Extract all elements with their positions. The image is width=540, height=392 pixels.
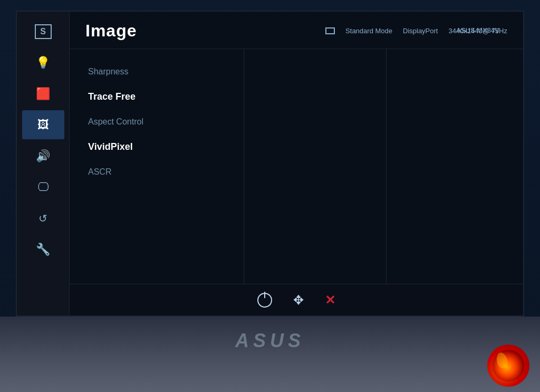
power-icon bbox=[257, 293, 272, 308]
sidebar-item-settings[interactable]: 🔧 bbox=[22, 235, 64, 264]
monitor-outer: S 💡 🟥 🖼 🔊 🖵 ↺ bbox=[0, 0, 540, 343]
s-icon: S bbox=[35, 24, 52, 39]
menu-item-trace-free[interactable]: Trace Free bbox=[85, 84, 507, 110]
flame-inner bbox=[493, 350, 524, 381]
sidebar-item-splitter[interactable]: S bbox=[22, 17, 64, 46]
ascr-label: ASCR bbox=[88, 167, 111, 176]
page-title: Image bbox=[85, 21, 137, 41]
menu-item-aspect-control[interactable]: Aspect Control bbox=[85, 110, 507, 134]
mode-label: Standard Mode bbox=[345, 27, 392, 35]
power-button[interactable] bbox=[257, 293, 272, 308]
image-icon: 🖼 bbox=[37, 118, 49, 132]
aspect-control-label: Aspect Control bbox=[88, 117, 143, 126]
screen: S 💡 🟥 🖼 🔊 🖵 ↺ bbox=[16, 11, 524, 317]
asus-logo-area: ASUS bbox=[235, 330, 305, 352]
main-content: Image Standard Mode DisplayPort 3440x144… bbox=[70, 12, 523, 315]
menu-item-sharpness[interactable]: Sharpness bbox=[85, 60, 507, 84]
sidebar-item-volume[interactable]: 🔊 bbox=[22, 141, 64, 170]
flame-logo bbox=[487, 345, 529, 387]
display-icon: 🖵 bbox=[37, 180, 49, 194]
volume-icon: 🔊 bbox=[36, 149, 50, 163]
bottom-controls: ✥ ✕ bbox=[70, 284, 523, 315]
color-icon: 🟥 bbox=[36, 87, 50, 101]
sidebar-item-light[interactable]: 💡 bbox=[22, 48, 64, 77]
close-button[interactable]: ✕ bbox=[325, 293, 335, 308]
settings-icon: 🔧 bbox=[36, 243, 50, 256]
asus-logo: ASUS bbox=[235, 330, 305, 352]
menu-item-vivid-pixel[interactable]: VividPixel bbox=[85, 134, 507, 160]
close-icon: ✕ bbox=[325, 293, 335, 308]
vivid-pixel-label: VividPixel bbox=[88, 141, 133, 152]
model-label: ASUS MX34V bbox=[456, 26, 499, 34]
monitor-bottom: ASUS bbox=[0, 317, 540, 392]
osd: S 💡 🟥 🖼 🔊 🖵 ↺ bbox=[17, 12, 523, 315]
input-label: DisplayPort bbox=[403, 27, 438, 35]
trace-free-label: Trace Free bbox=[88, 91, 136, 102]
light-icon: 💡 bbox=[36, 56, 50, 70]
menu-item-ascr[interactable]: ASCR bbox=[85, 160, 507, 184]
sidebar-item-source[interactable]: ↺ bbox=[22, 204, 64, 233]
sidebar-item-display[interactable]: 🖵 bbox=[22, 173, 64, 202]
menu-list: Sharpness Trace Free Aspect Control Vivi… bbox=[70, 49, 523, 284]
move-icon: ✥ bbox=[293, 293, 304, 308]
header: Image Standard Mode DisplayPort 3440x144… bbox=[70, 12, 523, 49]
sidebar-item-color[interactable]: 🟥 bbox=[22, 79, 64, 108]
sidebar: S 💡 🟥 🖼 🔊 🖵 ↺ bbox=[17, 12, 70, 315]
source-icon: ↺ bbox=[38, 212, 47, 225]
sidebar-item-image[interactable]: 🖼 bbox=[22, 110, 64, 139]
sharpness-label: Sharpness bbox=[88, 67, 129, 76]
move-button[interactable]: ✥ bbox=[293, 293, 304, 308]
monitor-icon bbox=[325, 27, 335, 34]
